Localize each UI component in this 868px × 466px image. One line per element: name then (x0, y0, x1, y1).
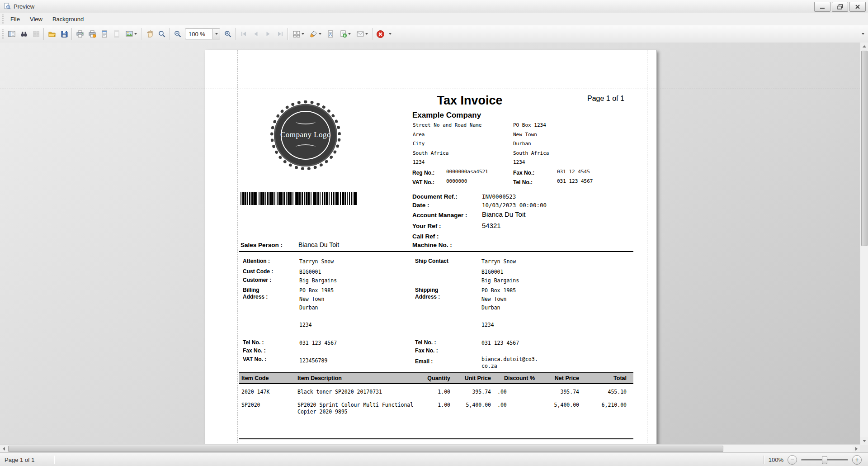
billing-address: PO Box 1985 New Town Durban 1234 (299, 286, 334, 329)
last-page-button[interactable] (274, 28, 286, 40)
address-line: PO Box 1985 (481, 286, 516, 295)
vertical-scrollbar-thumb[interactable] (861, 51, 868, 246)
close-icon (855, 4, 860, 10)
plus-icon: + (855, 456, 859, 463)
cell-item-description: Black toner SP2020 20170731 (297, 389, 416, 395)
address-line (299, 312, 334, 321)
zoom-slider-thumb[interactable] (822, 456, 827, 464)
address-line: New Town (299, 295, 334, 304)
statusbar-zoom-in-button[interactable]: + (852, 455, 862, 465)
exit-preview-button[interactable] (374, 28, 387, 40)
billing-fax-label: Fax No. : (243, 347, 266, 354)
quick-print-button[interactable] (86, 28, 98, 40)
first-page-button[interactable] (237, 28, 250, 40)
header-footer-button[interactable] (110, 28, 123, 40)
page-color-button[interactable] (307, 28, 324, 40)
logo-flourish-bottom (296, 144, 316, 150)
maximize-button[interactable] (832, 2, 848, 12)
dropdown-caret-icon (134, 33, 137, 35)
vat-no-value: 0000000 (446, 178, 467, 184)
ship-contact-value: Tarryn Snow (481, 258, 516, 265)
thumbnails-button[interactable] (30, 28, 42, 40)
col-quantity: Quantity (416, 375, 450, 381)
print-button[interactable] (74, 28, 86, 40)
exit-dropdown-button[interactable] (387, 28, 394, 40)
zoom-in-icon (224, 30, 232, 38)
address-line: Durban (481, 304, 516, 312)
toolbar-separator (372, 28, 373, 40)
scrollbar-corner (860, 445, 868, 452)
titlebar: Preview (0, 0, 868, 13)
send-email-button[interactable] (354, 28, 371, 40)
exit-preview-icon (376, 30, 385, 38)
magnifier-button[interactable] (156, 28, 168, 40)
previous-page-button[interactable] (250, 28, 262, 40)
cell-item-description: SP2020 Sprint Colour Multi Functional Co… (297, 402, 416, 415)
close-button[interactable] (849, 2, 866, 12)
horizontal-scrollbar-thumb[interactable] (8, 446, 723, 452)
toolbar-options-button[interactable] (859, 28, 867, 40)
save-floppy-icon (60, 30, 68, 38)
dropdown-caret-icon (302, 33, 304, 35)
address-line: City (413, 139, 481, 149)
restore-icon (837, 4, 843, 10)
cust-code-value: BIG0001 (299, 269, 321, 275)
toolbar-drag-handle[interactable] (2, 29, 4, 39)
minimize-button[interactable] (814, 2, 830, 12)
ship-contact-label: Ship Contact (415, 258, 448, 264)
menu-file[interactable]: File (5, 14, 25, 25)
zoom-in-button[interactable] (222, 28, 234, 40)
email-line: bianca.dutoit@co3. (481, 356, 538, 363)
cell-net-price: 5,400.00 (535, 402, 579, 415)
multiple-pages-button[interactable] (290, 28, 307, 40)
scroll-up-button[interactable] (860, 43, 868, 50)
item-row: SP2020 SP2020 Sprint Colour Multi Functi… (239, 402, 633, 415)
zoom-combobox-caret[interactable] (212, 29, 220, 39)
menu-view[interactable]: View (25, 14, 47, 25)
logo-flourish-top (296, 119, 316, 124)
scroll-down-button[interactable] (860, 437, 868, 445)
sales-person-label: Sales Person : (241, 242, 283, 248)
your-ref-value: 54321 (482, 222, 501, 229)
billing-tel-label: Tel No. : (243, 339, 264, 346)
search-button[interactable] (18, 28, 30, 40)
watermark-button[interactable] (324, 28, 336, 40)
menu-background[interactable]: Background (47, 14, 89, 25)
page-background-button[interactable] (123, 28, 140, 40)
toolbar-separator (235, 28, 236, 40)
statusbar-zoom-out-button[interactable]: − (788, 455, 797, 465)
horizontal-scrollbar[interactable] (0, 444, 860, 452)
page-setup-button[interactable] (98, 28, 110, 40)
document-map-button[interactable] (5, 28, 18, 40)
scroll-left-button[interactable] (0, 445, 8, 452)
open-button[interactable] (46, 28, 58, 40)
hand-tool-button[interactable] (143, 28, 156, 40)
reg-no-value: 0000000asa4521 (446, 169, 488, 175)
vertical-scrollbar[interactable] (860, 43, 868, 445)
send-email-icon (356, 30, 364, 38)
items-table-header: Item Code Item Description Quantity Unit… (239, 372, 633, 384)
address-line: 1234 (513, 158, 549, 167)
multiple-pages-icon (292, 30, 301, 38)
save-button[interactable] (58, 28, 70, 40)
zoom-out-icon (174, 30, 182, 38)
billing-address-label: Billing Address : (243, 287, 276, 300)
zoom-level-combobox[interactable]: 100 % (185, 29, 220, 39)
preview-document-area[interactable]: Tax Invoice Page 1 of 1 Company Logo Exa… (0, 43, 868, 452)
menubar-drag-handle[interactable] (2, 14, 4, 24)
search-binoculars-icon (20, 30, 28, 38)
zoom-out-button[interactable] (171, 28, 184, 40)
magnifier-icon (158, 30, 166, 38)
account-manager-label: Account Manager : (412, 212, 467, 219)
next-page-button[interactable] (262, 28, 274, 40)
export-document-button[interactable] (336, 28, 354, 40)
scroll-right-button[interactable] (853, 445, 860, 452)
cell-unit-price: 5,400.00 (450, 402, 491, 415)
col-discount: Discount % (491, 375, 535, 381)
minimize-icon (820, 4, 825, 10)
previous-page-icon (252, 30, 260, 38)
menubar: File View Background (0, 13, 868, 26)
col-item-code: Item Code (241, 375, 297, 381)
zoom-slider[interactable] (801, 456, 848, 464)
address-line: PO Box 1985 (299, 286, 334, 295)
